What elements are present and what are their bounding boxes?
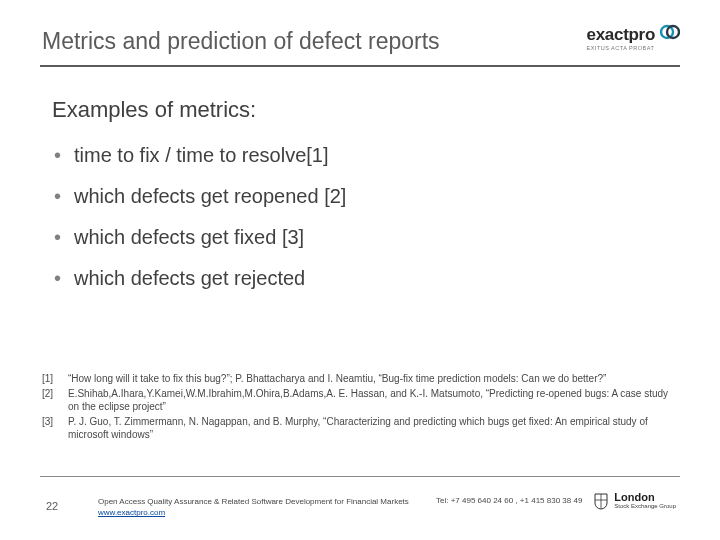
reference-row: [3] P. J. Guo, T. Zimmermann, N. Nagappa… xyxy=(42,415,678,442)
reference-row: [2] E.Shihab,A.Ihara,Y.Kamei,W.M.Ibrahim… xyxy=(42,387,678,414)
ref-text: E.Shihab,A.Ihara,Y.Kamei,W.M.Ibrahim,M.O… xyxy=(68,387,678,414)
lseg-name: London xyxy=(614,492,676,503)
body: Examples of metrics: time to fix / time … xyxy=(0,67,720,291)
footer-line1: Open Access Quality Assurance & Related … xyxy=(98,497,409,506)
list-item: which defects get rejected xyxy=(52,266,660,291)
list-item: which defects get fixed [3] xyxy=(52,225,660,250)
ref-text: P. J. Guo, T. Zimmermann, N. Nagappan, a… xyxy=(68,415,678,442)
ref-number: [3] xyxy=(42,415,68,442)
lseg-logo: London Stock Exchange Group xyxy=(593,492,676,514)
slide-title: Metrics and prediction of defect reports xyxy=(42,28,678,55)
footer: 22 Open Access Quality Assurance & Relat… xyxy=(40,490,680,526)
page-number: 22 xyxy=(46,500,58,512)
logo-text: exactpro xyxy=(587,25,655,45)
subtitle: Examples of metrics: xyxy=(52,97,660,123)
ref-number: [1] xyxy=(42,372,68,386)
footer-url: www.exactpro.com xyxy=(98,508,165,517)
lseg-sub: Stock Exchange Group xyxy=(614,503,676,509)
reference-row: [1] “How long will it take to fix this b… xyxy=(42,372,678,386)
header: Metrics and prediction of defect reports… xyxy=(0,0,720,63)
slide: Metrics and prediction of defect reports… xyxy=(0,0,720,540)
ref-number: [2] xyxy=(42,387,68,414)
footer-tel: Tel: +7 495 640 24 60 , +1 415 830 38 49 xyxy=(436,496,582,505)
lseg-crest-icon xyxy=(593,492,609,514)
exactpro-logo: exactpro EXITUS ACTA PROBAT xyxy=(587,22,680,51)
footer-text: Open Access Quality Assurance & Related … xyxy=(98,496,409,518)
references: [1] “How long will it take to fix this b… xyxy=(42,372,678,443)
list-item: time to fix / time to resolve[1] xyxy=(52,143,660,168)
ref-text: “How long will it take to fix this bug?”… xyxy=(68,372,678,386)
logo-circles-icon xyxy=(660,22,680,47)
list-item: which defects get reopened [2] xyxy=(52,184,660,209)
bullet-list: time to fix / time to resolve[1] which d… xyxy=(52,143,660,291)
footer-rule xyxy=(40,476,680,477)
